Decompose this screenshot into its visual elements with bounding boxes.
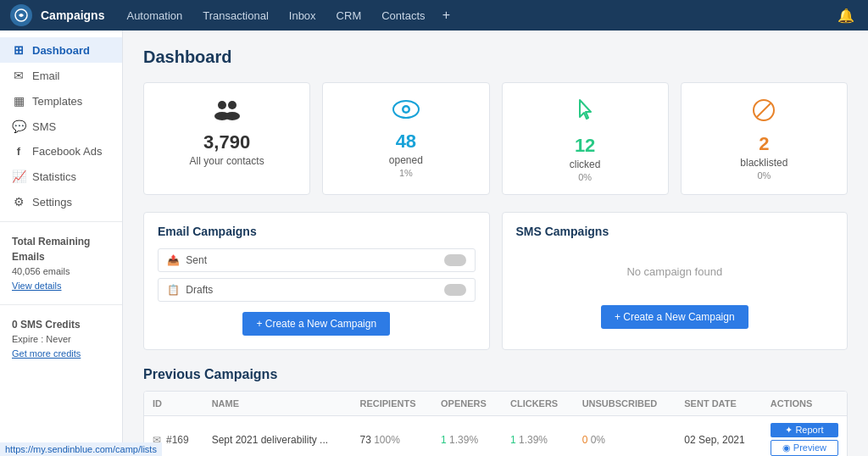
top-nav: Campaigns Automation Transactional Inbox… [0,0,868,31]
remaining-count: 40,056 emails [12,264,110,279]
sidebar-item-settings[interactable]: ⚙ Settings [0,189,122,214]
col-actions: ACTIONS [762,392,847,416]
sent-label: 📤 Sent [167,254,207,266]
clicked-sub: 0% [578,172,592,182]
stat-card-opened: 48 opened 1% [322,82,489,195]
blacklisted-icon [752,98,776,128]
col-name: NAME [203,392,352,416]
create-email-campaign-button[interactable]: + Create a New Campaign [242,312,390,336]
sent-icon: 📤 [167,254,180,266]
no-campaign-text: No campaign found [516,248,834,295]
app-body: ⊞ Dashboard ✉ Email ▦ Templates 💬 SMS f … [0,31,868,456]
stat-card-contacts: 3,790 All your contacts [143,82,310,195]
prev-campaigns-table-wrap: ID NAME RECIPIENTS OPENERS CLICKERS UNSU… [143,391,848,456]
nav-add-button[interactable]: + [437,6,456,25]
cell-clickers-0: 1 1.39% [502,416,574,457]
drafts-label: 📋 Drafts [167,284,213,296]
remaining-emails-section: Total Remaining Emails 40,056 emails Vie… [0,229,122,298]
campaign-panels: Email Campaigns 📤 Sent 📋 Drafts + Create [143,212,848,350]
blacklisted-sub: 0% [757,170,771,181]
sms-expire: Expire : Never [12,332,110,347]
page-title: Dashboard [143,47,848,67]
sent-item: 📤 Sent [158,248,476,272]
stat-card-clicked: 12 clicked 0% [502,82,669,195]
sidebar-item-sms-label: SMS [32,120,56,133]
col-sent-date: SENT DATE [676,392,762,416]
table-header-row: ID NAME RECIPIENTS OPENERS CLICKERS UNSU… [144,392,847,416]
dashboard-icon: ⊞ [12,43,25,57]
blacklisted-value: 2 [759,133,769,155]
contacts-label: All your contacts [190,155,264,167]
sms-icon: 💬 [12,120,25,133]
sidebar-item-templates-label: Templates [32,95,82,108]
opened-value: 48 [396,131,416,153]
nav-item-crm[interactable]: CRM [328,6,370,25]
email-campaigns-title: Email Campaigns [158,225,476,238]
sidebar-item-sms[interactable]: 💬 SMS [0,114,122,139]
drafts-item: 📋 Drafts [158,278,476,302]
sms-title: 0 SMS Credits [12,317,110,332]
table-row: ✉ #169 Sept 2021 deliverability ... 73 1… [144,416,847,457]
contacts-value: 3,790 [203,131,250,153]
clicked-label: clicked [570,158,601,170]
sms-credits-section: 0 SMS Credits Expire : Never Get more cr… [0,312,122,365]
cell-date-0: 02 Sep, 2021 [676,416,762,457]
col-recipients: RECIPIENTS [351,392,432,416]
nav-item-transactional[interactable]: Transactional [194,6,277,25]
stat-cards: 3,790 All your contacts 48 opened 1% [143,82,848,195]
sms-campaigns-title: SMS Campaigns [516,225,834,238]
cell-actions-0: ✦ Report ◉ Preview [762,416,847,457]
sidebar-item-settings-label: Settings [32,196,72,209]
logo-icon [10,4,32,26]
sms-campaigns-panel: SMS Campaigns No campaign found + Create… [502,212,849,350]
create-sms-campaign-button[interactable]: + Create a New Campaign [601,305,748,329]
sidebar-item-statistics[interactable]: 📈 Statistics [0,164,122,189]
main-content: Dashboard 3,790 All your contacts [123,31,868,456]
opened-sub: 1% [399,168,413,178]
sidebar: ⊞ Dashboard ✉ Email ▦ Templates 💬 SMS f … [0,31,123,456]
sidebar-item-facebook-label: Facebook Ads [32,145,102,158]
svg-point-4 [225,112,240,120]
clicked-value: 12 [575,135,595,157]
nav-item-contacts[interactable]: Contacts [373,6,433,25]
cell-unsub-0: 0 0% [574,416,676,457]
sidebar-item-email-label: Email [32,70,60,82]
col-openers: OPENERS [432,392,502,416]
report-button-0[interactable]: ✦ Report [771,423,838,437]
nav-brand: Campaigns [41,8,104,22]
get-more-credits-link[interactable]: Get more credits [12,348,81,359]
sent-toggle[interactable] [444,254,466,266]
contacts-icon [214,98,241,126]
view-details-link[interactable]: View details [12,281,62,291]
email-campaigns-panel: Email Campaigns 📤 Sent 📋 Drafts + Create [143,212,490,350]
bell-icon[interactable]: 🔔 [834,3,858,27]
blacklisted-label: blacklisted [740,157,787,169]
svg-point-1 [218,101,226,109]
statistics-icon: 📈 [12,170,25,183]
sidebar-item-templates[interactable]: ▦ Templates [0,88,122,114]
clicked-icon [573,98,597,130]
sidebar-item-statistics-label: Statistics [32,170,76,183]
preview-button-0[interactable]: ◉ Preview [771,440,838,456]
prev-campaigns-table: ID NAME RECIPIENTS OPENERS CLICKERS UNSU… [144,392,847,456]
cell-recipients-0: 73 100% [351,416,432,457]
sidebar-item-dashboard[interactable]: ⊞ Dashboard [0,37,122,63]
svg-point-2 [228,101,236,109]
stat-card-blacklisted: 2 blacklisted 0% [681,82,848,195]
nav-item-inbox[interactable]: Inbox [281,6,325,25]
col-id: ID [144,392,203,416]
svg-point-7 [403,108,408,112]
nav-item-automation[interactable]: Automation [118,6,191,25]
col-unsubscribed: UNSUBSCRIBED [574,392,676,416]
settings-icon: ⚙ [12,195,25,209]
svg-line-9 [757,103,771,117]
sidebar-item-email[interactable]: ✉ Email [0,63,122,88]
drafts-toggle[interactable] [444,284,466,296]
cell-openers-0: 1 1.39% [432,416,502,457]
sidebar-item-facebook[interactable]: f Facebook Ads [0,139,122,164]
facebook-icon: f [12,145,25,158]
prev-campaigns-title: Previous Campaigns [143,367,848,382]
email-icon: ✉ [12,69,25,82]
remaining-title: Total Remaining Emails [12,234,110,264]
opened-icon [392,98,420,125]
